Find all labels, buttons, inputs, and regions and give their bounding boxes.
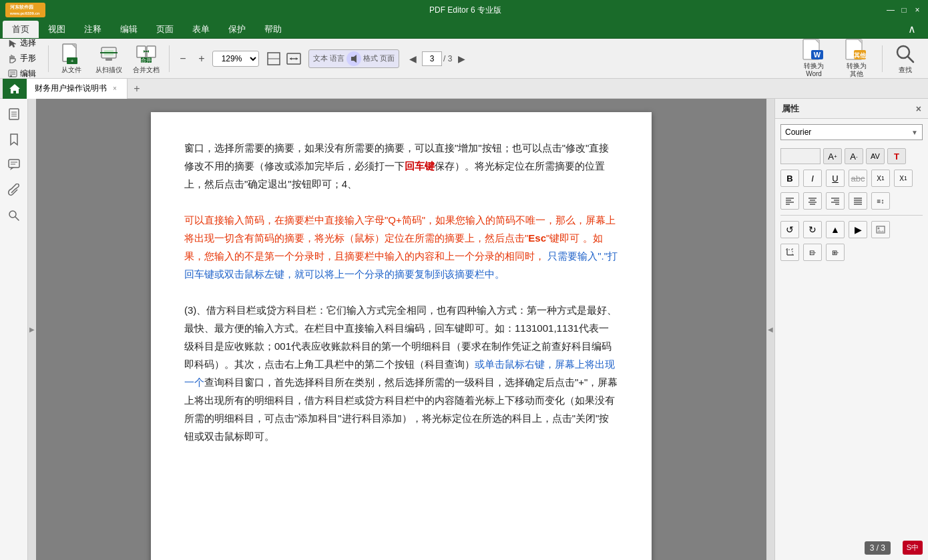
sidebar-search-icon[interactable] [4,206,24,226]
add-tab-button[interactable]: + [128,79,146,98]
close-button[interactable]: × [912,5,923,15]
menu-home[interactable]: 首页 [3,21,39,38]
zoom-controls: − + 129% 100% 75% 150% [175,51,259,67]
page-number-input[interactable] [422,51,442,66]
superscript-button[interactable]: X1 [871,170,890,187]
svg-line-49 [15,217,19,220]
svg-text:+: + [71,58,74,64]
font-selector-area: Courier ▼ [780,124,923,140]
tts-button[interactable] [346,51,361,66]
tab-title: 财务用户操作说明书 [35,83,107,94]
menu-collapse[interactable]: ∧ [899,20,925,38]
home-tab-button[interactable] [3,79,27,99]
document-tab[interactable]: 财务用户操作说明书 × [27,79,128,99]
convert-other-label: 转换为 [847,62,867,70]
minimize-button[interactable]: — [885,5,896,15]
align-right-button[interactable] [826,192,845,210]
prev-page-button[interactable]: ◀ [405,51,421,67]
zoom-out-button[interactable]: − [175,51,191,67]
panel-close-button[interactable]: × [916,103,921,114]
rotate-cw-button[interactable]: ↻ [803,221,822,238]
menu-annotate[interactable]: 注释 [75,21,111,38]
right-panel: 属性 × Courier ▼ A+ A- AV T B I U abc X1 X… [774,99,928,560]
font-dropdown[interactable]: Courier ▼ [780,124,923,140]
window-controls[interactable]: — □ × [885,5,923,15]
left-collapse-handle[interactable]: ▶ [28,99,36,560]
sidebar-pages-icon[interactable] [4,104,24,124]
left-sidebar [0,99,28,560]
hand-tool[interactable]: 手形 [5,51,39,65]
strikethrough-button[interactable]: abc [849,170,867,187]
zoom-in-button[interactable]: + [194,51,210,67]
font-color-button[interactable]: T [887,148,906,164]
convert-other-sublabel: 其他 [850,70,863,78]
sidebar-bookmarks-icon[interactable] [4,129,24,150]
menu-page[interactable]: 页面 [147,21,183,38]
italic-button[interactable]: I [803,170,822,187]
next-page-button[interactable]: ▶ [453,51,469,67]
font-size-increase-button[interactable]: A+ [823,148,842,164]
svg-rect-3 [9,70,17,77]
app-title: PDF Editor 6 专业版 [45,5,885,16]
font-size-decrease-button[interactable]: A- [845,148,863,164]
maximize-button[interactable]: □ [899,5,909,15]
menu-edit[interactable]: 编辑 [111,21,147,38]
align-left-button[interactable] [780,192,799,210]
zoom-selector[interactable]: 129% 100% 75% 150% [212,51,259,67]
menu-form[interactable]: 表单 [183,21,219,38]
convert-word-button[interactable]: W 转换为 Word [794,41,834,76]
font-spacing-button[interactable]: AV [866,148,885,164]
font-size-input[interactable] [780,148,821,164]
flip-v-button[interactable]: ▲ [826,221,845,238]
crop-button[interactable] [780,244,799,261]
bold-button[interactable]: B [780,170,799,187]
menu-protect[interactable]: 保护 [219,21,255,38]
convert-other-button[interactable]: 其他 转换为 其他 [837,41,877,76]
search-label: 查找 [899,66,912,74]
flip-h-button[interactable]: ▶ [849,221,867,238]
image-button[interactable] [871,221,890,238]
pdf-viewer[interactable]: 窗口，选择所需要的摘要，如果没有所需要的摘要，可以直接"增加"按钮；也可以点击"… [36,99,766,560]
sep-3 [882,45,883,72]
edit-label: 编辑 [20,68,36,79]
from-file-button[interactable]: + 从文件 [54,41,89,76]
svg-marker-39 [9,84,20,93]
from-scan-label: 从扫描仪 [95,66,122,74]
fit-width-button[interactable] [284,49,303,68]
distribute-button[interactable]: ⊞· [826,244,845,261]
svg-text:合并: 合并 [141,57,152,63]
merge-doc-button[interactable]: 合并 合并文档 [129,41,164,76]
line-spacing-button[interactable]: ≡↕ [871,192,890,210]
sidebar-comments-icon[interactable] [4,155,24,175]
right-expand-handle[interactable]: ◀ [766,99,774,560]
select-tool[interactable]: 选择 [5,36,39,50]
align-center-button[interactable] [803,192,822,210]
menu-bar: 首页 视图 注释 编辑 页面 表单 保护 帮助 ∧ [0,20,928,39]
from-file-label: 从文件 [61,66,81,74]
para-3: (3)、借方科目栏或贷方科目栏：它们输入方式完全相同，也有四种输入方式：第一种方… [184,301,618,445]
svg-marker-27 [296,57,298,60]
menu-help[interactable]: 帮助 [255,21,291,38]
svg-line-38 [908,57,913,62]
subscript-button[interactable]: X1 [894,170,913,187]
sidebar-attachments-icon[interactable] [4,180,24,200]
merge-doc-label: 合并文档 [133,66,160,74]
font-size-row: A+ A- AV T [775,146,928,167]
tabs-bar: 财务用户操作说明书 × + [0,79,928,99]
menu-view[interactable]: 视图 [39,21,75,38]
from-scan-button[interactable]: 从扫描仪 [91,41,126,76]
rotate-ccw-button[interactable]: ↺ [780,221,799,238]
transform-row-2: ⊟· ⊞· [775,241,928,264]
align-justify-button[interactable] [849,192,867,210]
para-1: 窗口，选择所需要的摘要，如果没有所需要的摘要，可以直接"增加"按钮；也可以点击"… [184,139,618,193]
underline-button[interactable]: U [826,170,845,187]
tab-close-button[interactable]: × [111,84,119,93]
search-button[interactable]: 查找 [888,41,923,76]
svg-marker-28 [351,55,357,63]
panel-header: 属性 × [775,99,928,119]
fit-page-button[interactable] [264,49,283,68]
arrange-button[interactable]: ⊟· [803,244,822,261]
text-style-row: B I U abc X1 X1 [775,167,928,190]
convert-word-sublabel: Word [806,70,822,78]
convert-area: W 转换为 Word 其他 转换为 其他 [794,41,923,76]
